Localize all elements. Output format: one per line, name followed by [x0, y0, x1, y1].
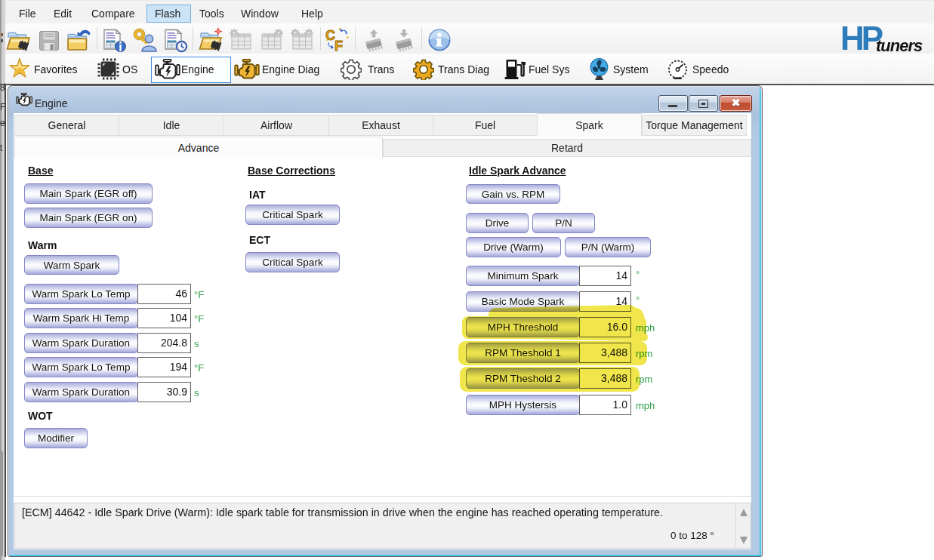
svg-text:F: F	[334, 38, 343, 53]
